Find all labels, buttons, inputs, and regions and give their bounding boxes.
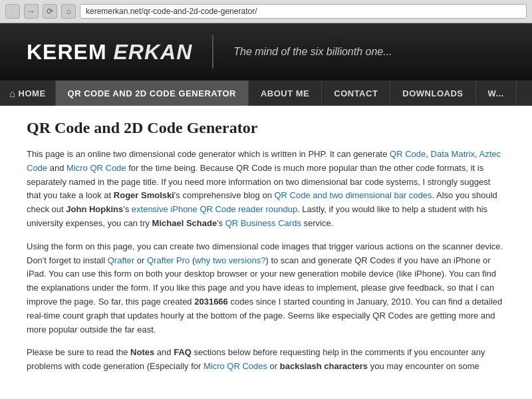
header-divider	[212, 35, 213, 68]
nav-bar: ⌂ HOME QR CODE AND 2D CODE GENERATOR ABO…	[0, 80, 532, 106]
page-title: QR Code and 2D Code Generator	[27, 119, 505, 137]
main-content: QR Code and 2D Code Generator This page …	[0, 106, 532, 396]
link-micro-qr-codes[interactable]: Micro QR Codes	[203, 361, 267, 371]
home-icon: ⌂	[9, 88, 16, 99]
link-qr-blog[interactable]: QR Code and two dimensional bar codes	[274, 190, 432, 200]
nav-item-home[interactable]: ⌂ HOME	[0, 80, 56, 106]
nav-item-downloads[interactable]: DOWNLOADS	[390, 80, 475, 106]
logo-part1: KEREM	[27, 40, 107, 64]
link-qrafter[interactable]: Qrafter	[108, 255, 134, 265]
paragraph-3: Please be sure to read the Notes and FAQ…	[27, 346, 505, 374]
nav-item-contact[interactable]: CONTACT	[322, 80, 390, 106]
nav-item-qr-code[interactable]: QR CODE AND 2D CODE GENERATOR	[56, 80, 249, 106]
site-logo: KEREM ERKAN	[27, 40, 192, 65]
reload-button[interactable]: ⟳	[43, 4, 57, 19]
link-qrafter-pro[interactable]: Qrafter Pro	[147, 255, 190, 265]
nav-item-more[interactable]: W...	[476, 80, 517, 106]
address-bar[interactable]	[80, 4, 527, 19]
link-data-matrix[interactable]: Data Matrix	[431, 149, 475, 159]
link-micro-qr[interactable]: Micro QR Code	[66, 163, 126, 173]
paragraph-2: Using the form on this page, you can cre…	[27, 240, 505, 337]
link-qr-business-cards[interactable]: QR Business Cards	[225, 218, 301, 228]
home-nav-button[interactable]: ⌂	[61, 4, 76, 19]
nav-item-about[interactable]: ABOUT ME	[249, 80, 322, 106]
code-count: 2031666	[194, 297, 228, 307]
michael-name: Michael Schade	[152, 218, 217, 228]
backslash-label: backslash characters	[280, 361, 368, 371]
link-why-two-versions[interactable]: why two versions?	[195, 255, 265, 265]
faq-label: FAQ	[174, 347, 192, 357]
site-header: KEREM ERKAN The mind of the six billiont…	[0, 23, 532, 80]
link-iphone-roundup[interactable]: extensive iPhone QR Code reader roundup	[132, 204, 297, 214]
paragraph-1: This page is an online two dimensional c…	[27, 148, 505, 231]
browser-chrome: ← → ⟳ ⌂	[0, 0, 532, 23]
back-button[interactable]: ←	[5, 4, 20, 19]
link-qr-code[interactable]: QR Code	[390, 149, 426, 159]
forward-button[interactable]: →	[24, 4, 39, 19]
logo-part2: ERKAN	[113, 40, 192, 64]
notes-label: Notes	[130, 347, 154, 357]
site-tagline: The mind of the six billionth one...	[233, 46, 392, 58]
roger-name: Roger Smolski	[114, 190, 174, 200]
john-name: John Hopkins	[66, 204, 123, 214]
